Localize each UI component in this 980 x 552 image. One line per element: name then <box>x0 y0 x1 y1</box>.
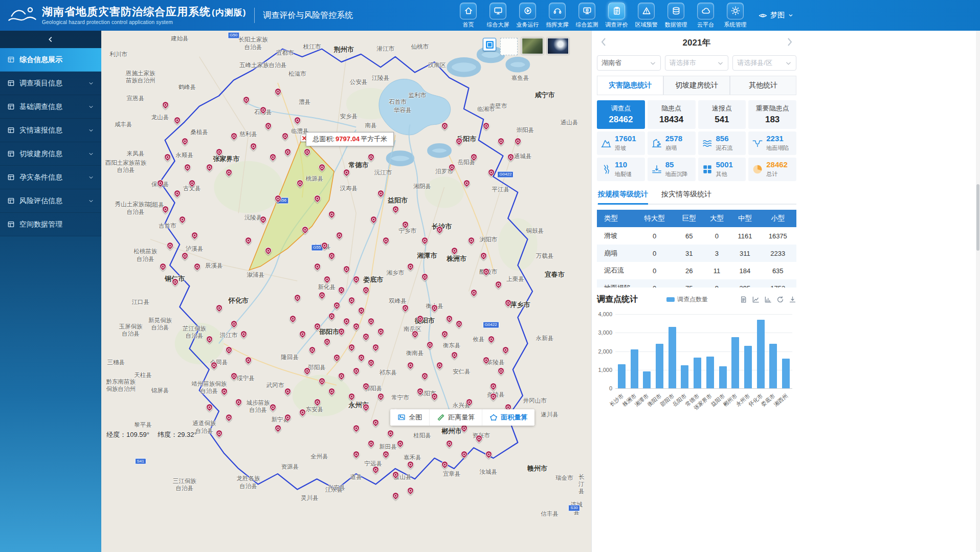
select-province[interactable]: 湖南省 <box>597 55 661 71</box>
rockfall-icon <box>651 138 662 149</box>
card-label: 滑坡 <box>615 144 636 152</box>
nav-item-warning[interactable]: 区域预警 <box>634 3 658 29</box>
card-hidden-danger-points[interactable]: 隐患点18434 <box>648 100 696 129</box>
y-axis-label: 4,000 <box>597 311 612 317</box>
map-canvas[interactable]: 利川市建始县长阳土家族 自治县宜都市枝江市荆州市潜江市仙桃市汉南区五峰土家族自治… <box>101 31 591 552</box>
chevron-down-icon <box>88 104 94 110</box>
download-button[interactable] <box>789 296 796 303</box>
chevron-down-icon <box>88 174 94 181</box>
card-debris[interactable]: 856泥石流 <box>698 131 746 155</box>
nav-item-operation[interactable]: 业务运行 <box>516 3 540 29</box>
card-rockfall[interactable]: 2578崩塌 <box>648 131 696 155</box>
year-selector: 2021年 <box>597 31 796 54</box>
bar-chart-button[interactable] <box>764 296 772 303</box>
chart-bar[interactable] <box>694 358 701 388</box>
fullmap-tool-button[interactable]: 全图 <box>390 409 430 426</box>
sidebar-item-overview[interactable]: 综合信息展示 <box>0 48 101 72</box>
subtab-disaster-level[interactable]: 按灾情等级统计 <box>661 190 711 204</box>
nav-item-survey[interactable]: 调查评价 <box>605 3 629 29</box>
nav-item-monitor[interactable]: 综合监测 <box>575 3 599 29</box>
sidebar-menu: 综合信息展示调查项目信息基础调查信息灾情速报信息切坡建房信息孕灾条件信息风险评估… <box>0 48 101 236</box>
page-scrollbar[interactable] <box>976 31 980 552</box>
chart-bar[interactable] <box>643 371 651 388</box>
user-menu[interactable]: 梦图 <box>759 11 794 20</box>
chart-bar[interactable] <box>744 346 752 388</box>
sidebar-collapse-button[interactable] <box>0 31 101 48</box>
card-subside[interactable]: 85地面沉降 <box>648 158 696 181</box>
chart-legend[interactable]: 调查点数量 <box>666 295 708 304</box>
table-row[interactable]: 崩塌03133112233 <box>597 245 796 262</box>
basemap-imagery-thumb[interactable] <box>522 38 543 54</box>
card-landslide[interactable]: 17601滑坡 <box>597 131 645 155</box>
chevron-left-icon <box>599 37 609 47</box>
prev-year-button[interactable] <box>598 37 610 50</box>
chart-bar[interactable] <box>757 320 765 388</box>
basemap-blank-thumb[interactable] <box>500 38 518 55</box>
chart-bar[interactable] <box>706 357 714 388</box>
sidebar-item-hazard-condition-info[interactable]: 孕灾条件信息 <box>0 166 101 189</box>
sidebar-item-project-info[interactable]: 调查项目信息 <box>0 72 101 95</box>
latitude-readout: 纬度：29.32° <box>158 430 197 439</box>
card-survey-points[interactable]: 调查点28462 <box>597 100 645 129</box>
sidebar-item-slope-house-info[interactable]: 切坡建房信息 <box>0 142 101 166</box>
nav-item-command[interactable]: 指挥支撑 <box>545 3 569 29</box>
chart-bar[interactable] <box>669 327 676 388</box>
chart-bar[interactable] <box>631 349 638 388</box>
distance-tool-button[interactable]: 距离量算 <box>430 409 482 426</box>
card-value: 85 <box>665 161 688 169</box>
chart-bar[interactable] <box>731 337 739 388</box>
area-tool-button[interactable]: 面积量算 <box>482 409 534 426</box>
nav-item-home[interactable]: 首页 <box>456 3 480 29</box>
nav-item-system[interactable]: 系统管理 <box>723 3 747 29</box>
layer-toggle-button[interactable] <box>483 38 496 51</box>
landslide-icon <box>600 138 612 149</box>
nav-item-database[interactable]: 数据管理 <box>664 3 688 29</box>
sidebar-item-disaster-report-info[interactable]: 灾情速报信息 <box>0 119 101 142</box>
card-other[interactable]: 5001其他 <box>698 158 746 181</box>
chart-bar[interactable] <box>656 344 663 388</box>
next-year-button[interactable] <box>783 37 795 50</box>
chart-bar[interactable] <box>719 366 727 389</box>
nav-item-cloud[interactable]: 云平台 <box>694 3 718 29</box>
database-icon <box>672 6 681 15</box>
card-important-danger-points[interactable]: 重要隐患点183 <box>748 100 796 129</box>
road-badge: S30 <box>568 505 580 512</box>
sidebar-item-spatial-data-management[interactable]: 空间数据管理 <box>0 213 101 236</box>
tab-hazard-stat[interactable]: 灾害隐患统计 <box>597 76 663 95</box>
card-collapse[interactable]: 2231地面塌陷 <box>748 131 796 155</box>
chevron-down-icon <box>88 127 94 134</box>
nav-item-screen[interactable]: 综合大屏 <box>486 3 510 29</box>
line-chart-button[interactable] <box>752 296 760 303</box>
select-county[interactable]: 请选择县/区 <box>732 55 796 71</box>
sidebar-item-risk-assessment-info[interactable]: 风险评估信息 <box>0 189 101 213</box>
select-city[interactable]: 请选择市 <box>665 55 729 71</box>
card-quick-report-points[interactable]: 速报点541 <box>698 100 746 129</box>
refresh-button[interactable] <box>776 296 784 303</box>
sidebar-item-label: 风险评估信息 <box>19 196 62 206</box>
chart-bar[interactable] <box>618 364 626 388</box>
table-row[interactable]: 泥石流02611184635 <box>597 262 796 279</box>
chevron-down-icon <box>785 60 792 67</box>
line-chart-icon <box>752 296 760 303</box>
column-header: 大型 <box>703 210 730 227</box>
column-header: 特大型 <box>634 210 675 227</box>
page-subtitle: Geological hazard protection control app… <box>42 19 246 25</box>
tab-other-stat[interactable]: 其他统计 <box>730 76 796 95</box>
table-row[interactable]: 滑坡0650116116375 <box>597 227 796 245</box>
eye-icon <box>759 11 767 20</box>
subtab-scale-level[interactable]: 按规模等级统计 <box>598 190 648 204</box>
table-row[interactable]: 地面塌陷07593951752 <box>597 279 796 288</box>
scale-stat-table-wrap: 类型特大型巨型大型中型小型滑坡0650116116375崩塌0313311223… <box>597 210 796 288</box>
card-crack[interactable]: 110地裂缝 <box>597 158 645 181</box>
basemap-dark-thumb[interactable] <box>547 38 569 54</box>
card-total[interactable]: 28462总计 <box>748 158 796 181</box>
sidebar-item-base-survey-info[interactable]: 基础调查信息 <box>0 95 101 119</box>
chart-bar[interactable] <box>681 365 688 388</box>
tab-slope-house-stat[interactable]: 切坡建房统计 <box>663 76 730 95</box>
table-cell: 0 <box>634 279 675 288</box>
chevron-down-icon <box>88 151 94 157</box>
chart-bar[interactable] <box>782 359 790 388</box>
data-view-button[interactable] <box>740 296 747 303</box>
card-label: 其他 <box>716 170 733 178</box>
chart-bar[interactable] <box>769 344 777 388</box>
